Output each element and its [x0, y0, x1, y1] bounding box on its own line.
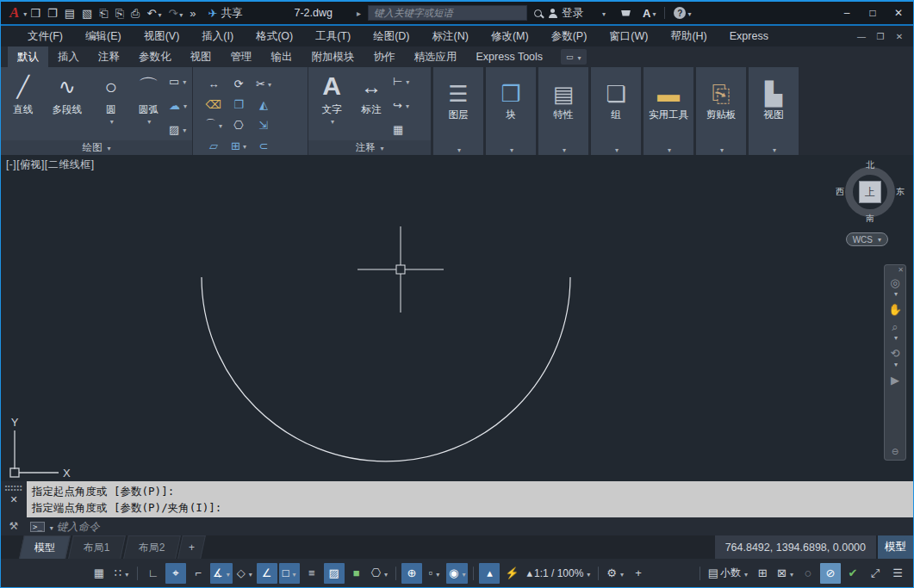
rotate-button[interactable]: ⟳	[227, 73, 252, 94]
polar-tracking-button[interactable]: ∡	[210, 563, 233, 584]
menu-item[interactable]: 工具(T)	[304, 26, 362, 46]
wcs-dropdown[interactable]: WCS	[846, 232, 888, 246]
panel-expander[interactable]	[561, 143, 566, 155]
view-control[interactable]: [俯视]	[16, 158, 45, 170]
doc-minimize-button[interactable]: —	[855, 32, 868, 41]
navbar-caret-icon[interactable]	[894, 335, 898, 342]
search-input[interactable]	[368, 5, 527, 21]
ribbon-tab[interactable]: 视图	[181, 46, 221, 67]
help-caret-icon[interactable]	[687, 8, 691, 18]
leader-button[interactable]: ↪	[393, 97, 409, 113]
object-snap-button[interactable]: □	[279, 563, 300, 584]
showmotion-button[interactable]: ▶	[891, 374, 899, 386]
autocad-logo-icon[interactable]: A	[4, 4, 22, 22]
user-icon[interactable]	[549, 9, 557, 17]
navbar-customize-icon[interactable]: ⊖	[892, 447, 898, 456]
doc-close-button[interactable]: ✕	[892, 32, 906, 41]
selection-filtering-button[interactable]: ▫	[424, 563, 445, 584]
block-panel-button[interactable]: ❒ 块	[486, 67, 536, 155]
circle-button[interactable]: ○ 圆	[92, 70, 129, 140]
save-to-web-mobile-button[interactable]: ⎘	[112, 6, 127, 21]
rectangle-button[interactable]: ▭	[169, 73, 187, 89]
help-icon[interactable]: ?	[674, 7, 686, 19]
menu-item[interactable]: 帮助(H)	[659, 26, 718, 46]
ribbon-tab[interactable]: 协作	[364, 46, 405, 67]
dimension-button[interactable]: ↔ 标注	[351, 70, 391, 140]
dynamic-ucs-button[interactable]: ⊕	[401, 563, 422, 584]
workspace-switching-button[interactable]: ⚙	[604, 563, 626, 584]
polyline-button[interactable]: ∿ 多段线	[41, 70, 92, 140]
object-snap-tracking-button[interactable]: ∠	[257, 563, 277, 584]
table-button[interactable]: ▦	[393, 121, 409, 137]
navbar-caret-icon[interactable]	[894, 362, 898, 368]
hatch-button[interactable]: ▨	[169, 121, 187, 137]
open-from-web-mobile-button[interactable]: ⎗	[96, 6, 111, 21]
plot-button[interactable]: ⎙	[127, 6, 143, 21]
store-cart-icon[interactable]	[621, 10, 631, 16]
undo-button[interactable]: ↶	[143, 6, 165, 21]
doc-restore-button[interactable]: ❐	[874, 32, 887, 41]
trim-button[interactable]: ✂	[252, 73, 277, 94]
compass-north-label[interactable]: 北	[866, 159, 874, 171]
viewcube-top-face[interactable]: 上	[859, 181, 881, 203]
utilities-panel-button[interactable]: ▬ 实用工具	[644, 67, 693, 155]
transparency-button[interactable]: ▨	[324, 563, 345, 584]
erase-button[interactable]: ⌫	[202, 94, 227, 115]
panel-expander[interactable]	[508, 143, 513, 155]
search-icon[interactable]	[534, 9, 542, 17]
ribbon-tab[interactable]: 管理	[221, 46, 262, 67]
layout-tab[interactable]: 布局2	[123, 535, 180, 559]
layout-tab[interactable]: 模型	[19, 535, 71, 559]
panel-expander[interactable]	[718, 143, 724, 155]
menu-item[interactable]: 绘图(D)	[362, 26, 420, 46]
ribbon-tab[interactable]: 参数化	[129, 46, 181, 67]
dynamic-input-button[interactable]: ⌖	[165, 563, 186, 584]
compass-west-label[interactable]: 西	[836, 186, 844, 198]
graphics-performance-button[interactable]: ⊘	[820, 563, 841, 584]
mirror-button[interactable]: ◭	[252, 94, 277, 115]
hardware-acceleration-button[interactable]: ✔	[842, 563, 863, 584]
maximize-button[interactable]: □	[861, 4, 884, 22]
offset-button[interactable]: ⊂	[252, 135, 277, 156]
menu-item[interactable]: 标注(N)	[421, 26, 480, 46]
compass-south-label[interactable]: 南	[866, 213, 874, 225]
copy-button[interactable]: ❐	[227, 94, 252, 115]
ribbon-tab[interactable]: 默认	[8, 46, 48, 67]
minimize-button[interactable]: –	[836, 4, 858, 22]
visual-style-control[interactable]: [二维线框]	[45, 158, 95, 170]
ribbon-tab[interactable]: 输出	[262, 46, 302, 67]
explode-button[interactable]: ⎔	[227, 115, 252, 135]
ribbon-tab[interactable]: 精选应用	[405, 46, 467, 67]
draw-panel-footer[interactable]: 绘图	[1, 140, 192, 155]
clean-screen-button[interactable]: ⤢	[865, 563, 886, 584]
menu-item[interactable]: 插入(I)	[190, 26, 245, 46]
linear-dimension-button[interactable]: ⊢	[393, 73, 409, 89]
view-panel-button[interactable]: ▙ 视图	[749, 67, 799, 155]
grid-display-button[interactable]: ▦	[89, 563, 109, 584]
menu-item[interactable]: 窗口(W)	[598, 26, 659, 46]
menu-item[interactable]: 修改(M)	[480, 26, 540, 46]
scale-button[interactable]: ▱	[202, 135, 227, 156]
command-customize-icon[interactable]: ⚒	[9, 520, 19, 532]
annotation-visibility-button[interactable]: ▴	[479, 563, 500, 584]
line-button[interactable]: ╱ 直线	[4, 70, 41, 140]
command-prompt-icon[interactable]: >_	[30, 522, 45, 532]
menu-item[interactable]: 格式(O)	[245, 26, 304, 46]
document-tab-arrow-icon[interactable]: ▸	[357, 9, 361, 18]
layers-panel-button[interactable]: ☰ 图层	[433, 67, 483, 155]
quick-properties-button[interactable]: ⊞	[752, 563, 773, 584]
group-panel-button[interactable]: ❏ 组	[591, 67, 641, 155]
redo-button[interactable]: ↷	[165, 6, 186, 21]
app-caret-icon[interactable]	[652, 8, 656, 18]
array-button[interactable]: ⊞	[227, 135, 252, 156]
ribbon-tab[interactable]: 注释	[89, 46, 129, 67]
viewcube[interactable]: 上 北 南 西 东	[839, 161, 901, 223]
qat-more-button[interactable]: »	[186, 6, 199, 21]
revision-cloud-button[interactable]: ☁	[169, 97, 187, 113]
navbar-caret-icon[interactable]	[894, 291, 898, 298]
fillet-button[interactable]: ⌒	[202, 115, 227, 135]
menu-item[interactable]: Express	[718, 26, 780, 46]
recent-commands-caret-icon[interactable]	[50, 522, 53, 532]
3d-object-snap-button[interactable]: ⎔	[369, 563, 390, 584]
ribbon-tab[interactable]: Express Tools	[467, 46, 553, 67]
